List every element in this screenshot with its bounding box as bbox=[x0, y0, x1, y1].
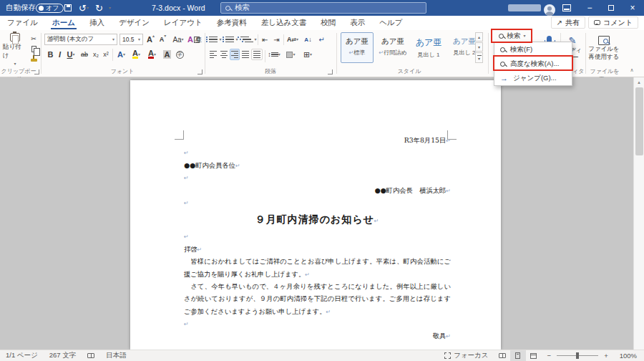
borders-button[interactable]: ⊞▾ bbox=[300, 49, 316, 60]
styles-gallery-more[interactable]: ▾ bbox=[475, 52, 483, 63]
asian-layout-button[interactable]: A⇄▾ bbox=[286, 34, 300, 45]
tab-design[interactable]: デザイン bbox=[112, 16, 157, 30]
doc-title-line[interactable]: ９月町内清掃のお知らせ↵ bbox=[184, 208, 451, 230]
multilevel-list-button[interactable]: ▾ bbox=[241, 34, 255, 45]
subscript-button[interactable]: x₂ bbox=[91, 49, 101, 60]
doc-line[interactable]: ↵ bbox=[184, 317, 451, 329]
align-right-button[interactable] bbox=[230, 49, 240, 60]
web-layout-button[interactable] bbox=[526, 350, 542, 361]
zoom-out-button[interactable]: − bbox=[542, 350, 557, 361]
tab-review[interactable]: 校閲 bbox=[313, 16, 343, 30]
titlebar-search-box[interactable]: 検索 bbox=[220, 2, 426, 14]
focus-mode-button[interactable]: フォーカス bbox=[439, 350, 494, 361]
zoom-in-button[interactable]: + bbox=[598, 350, 614, 361]
menu-item-goto[interactable]: →ジャンプ(G)... bbox=[494, 71, 572, 85]
font-color-button[interactable]: A▾ bbox=[145, 49, 159, 60]
justify-button[interactable] bbox=[240, 49, 250, 60]
font-size-combo[interactable]: 10.5▾ bbox=[119, 34, 143, 45]
numbering-button[interactable]: ▾ bbox=[225, 34, 239, 45]
vertical-scrollbar[interactable]: ▴ bbox=[633, 77, 644, 350]
format-painter-button[interactable] bbox=[29, 56, 39, 64]
tab-insert[interactable]: 挿入 bbox=[82, 16, 112, 30]
paste-button[interactable]: 貼り付け ▾ bbox=[3, 33, 27, 66]
font-name-combo[interactable]: 游明朝 (本文のフ▾ bbox=[44, 34, 117, 45]
zoom-level[interactable]: 100% bbox=[614, 350, 644, 361]
shrink-font-button[interactable]: A▾ bbox=[157, 34, 168, 45]
tab-references[interactable]: 参考資料 bbox=[210, 16, 254, 30]
print-layout-button[interactable] bbox=[510, 350, 526, 361]
scroll-up-icon[interactable]: ▴ bbox=[634, 77, 644, 85]
sort-button[interactable]: A↓ bbox=[302, 34, 314, 45]
doc-line[interactable]: さて、今年も早いもので、４ヶ月余りを残すところになりました。例年以上に厳しい暑 bbox=[184, 280, 451, 292]
scrollbar-thumb[interactable] bbox=[635, 87, 643, 155]
strikethrough-button[interactable]: ab bbox=[79, 49, 90, 60]
find-button[interactable]: 検索 ▾ bbox=[494, 30, 531, 42]
ribbon-display-options-button[interactable] bbox=[562, 0, 571, 16]
tab-home[interactable]: ホーム bbox=[45, 16, 82, 30]
change-case-button[interactable]: Aa▾ bbox=[171, 34, 185, 45]
style-no-spacing[interactable]: あア亜 ↵行間詰め bbox=[376, 32, 409, 63]
zoom-slider-thumb[interactable] bbox=[576, 352, 579, 359]
text-effects-button[interactable]: A▾ bbox=[114, 49, 128, 60]
qat-customize-button[interactable]: ▾ bbox=[109, 0, 111, 16]
tab-mailings[interactable]: 差し込み文書 bbox=[254, 16, 314, 30]
increase-indent-button[interactable]: ⇥ bbox=[271, 34, 282, 45]
comments-button[interactable]: コメント bbox=[588, 16, 638, 29]
doc-line[interactable]: ●●町内会長 横浜太郎↵ bbox=[184, 184, 451, 196]
superscript-button[interactable]: x² bbox=[101, 49, 111, 60]
enclose-circle-button[interactable]: 字 bbox=[174, 49, 185, 60]
tab-view[interactable]: 表示 bbox=[343, 16, 372, 30]
doc-line[interactable]: ↵ bbox=[184, 171, 451, 183]
cut-button[interactable]: ✂ bbox=[29, 34, 39, 43]
bold-button[interactable]: B bbox=[46, 49, 55, 60]
paragraph-dialog-launcher[interactable] bbox=[328, 69, 333, 74]
save-button[interactable] bbox=[64, 0, 72, 16]
highlight-color-button[interactable]: A▾ bbox=[130, 49, 143, 60]
minimize-button[interactable]: − bbox=[580, 0, 600, 16]
menu-item-advanced-find[interactable]: 高度な検索(A)... bbox=[494, 57, 572, 71]
style-normal[interactable]: あア亜 ↵標準 bbox=[341, 32, 374, 63]
align-center-button[interactable] bbox=[219, 49, 229, 60]
italic-button[interactable]: I bbox=[56, 49, 64, 60]
undo-button[interactable]: ↺▾ bbox=[79, 0, 89, 16]
word-count[interactable]: 267 文字 bbox=[44, 350, 82, 361]
doc-line[interactable]: ↵ bbox=[184, 230, 451, 242]
close-button[interactable]: × bbox=[623, 0, 643, 16]
styles-scroll-up[interactable]: ▴ bbox=[475, 32, 483, 42]
doc-line[interactable]: さが続いておりますが、９月の町内清掃を下記の日程で行います。ご多用とは存じますが… bbox=[184, 292, 451, 304]
autosave-toggle[interactable]: オフ bbox=[36, 3, 64, 13]
doc-line[interactable]: 拝啓↵ bbox=[184, 243, 451, 255]
bullets-button[interactable]: ▾ bbox=[208, 34, 223, 45]
redo-button[interactable]: ↻ bbox=[95, 0, 103, 16]
restore-button[interactable] bbox=[601, 0, 621, 16]
doc-line[interactable]: 敬具↵ bbox=[184, 329, 451, 342]
tab-layout[interactable]: レイアウト bbox=[157, 16, 210, 30]
page-count[interactable]: 1/1 ページ bbox=[0, 350, 44, 361]
doc-line[interactable]: ↵ bbox=[184, 146, 451, 158]
enclose-characters-button[interactable]: A bbox=[192, 34, 202, 45]
grow-font-button[interactable]: A▴ bbox=[145, 34, 156, 45]
doc-line[interactable]: 援ご協力を賜り厚くお礼申し上げます。↵ bbox=[184, 268, 451, 280]
menu-item-find[interactable]: 検索(F) bbox=[494, 42, 572, 57]
doc-line[interactable]: ご参加くださいますようお願い申し上げます。↵ bbox=[184, 305, 451, 317]
proofing-button[interactable] bbox=[82, 350, 100, 361]
show-formatting-marks-button[interactable]: ↵ bbox=[316, 34, 327, 45]
doc-line[interactable]: ↵ bbox=[184, 196, 451, 208]
underline-button[interactable]: U▾ bbox=[64, 49, 77, 60]
align-left-button[interactable] bbox=[208, 49, 218, 60]
reuse-files-button[interactable]: ファイルを 再使用する bbox=[588, 31, 620, 65]
tab-file[interactable]: ファイル bbox=[0, 16, 45, 30]
clipboard-dialog-launcher[interactable] bbox=[34, 69, 39, 74]
collapse-ribbon-button[interactable]: ∧ bbox=[627, 66, 637, 74]
language-button[interactable]: 日本語 bbox=[100, 350, 132, 361]
doc-line[interactable]: ●●町内会員各位↵ bbox=[184, 159, 451, 171]
zoom-slider[interactable] bbox=[557, 355, 598, 356]
shading-button[interactable]: ▾ bbox=[284, 49, 298, 60]
style-heading1[interactable]: あア亜 見出し 1 bbox=[412, 32, 445, 63]
decrease-indent-button[interactable]: ⇤ bbox=[260, 34, 270, 45]
font-dialog-launcher[interactable] bbox=[197, 69, 203, 74]
doc-line[interactable]: R3年8月15日↵ bbox=[184, 134, 451, 146]
tab-help[interactable]: ヘルプ bbox=[372, 16, 409, 30]
share-button[interactable]: ↗共有 bbox=[551, 16, 585, 29]
copy-button[interactable] bbox=[29, 44, 39, 54]
